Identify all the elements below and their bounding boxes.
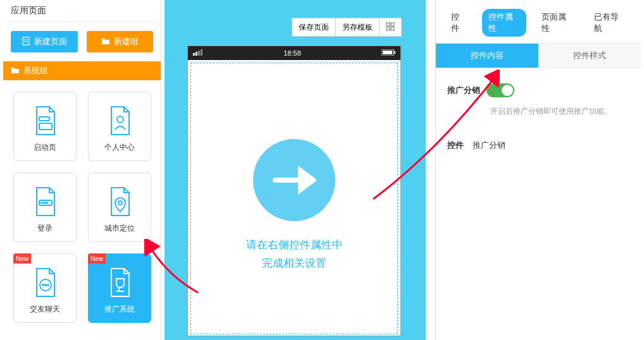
- tile-login[interactable]: 登录: [13, 173, 77, 242]
- control-value: 推广分销: [473, 140, 505, 151]
- svg-rect-0: [23, 37, 29, 45]
- tile-label: 个人中心: [104, 142, 135, 153]
- toggle-hint: 开启后推广分销即可使用推广功能。: [490, 106, 629, 117]
- folder-icon: [11, 66, 20, 76]
- new-page-button[interactable]: 新建页面: [11, 31, 78, 52]
- signal-icon: [193, 49, 203, 57]
- preview-toolbar: 保存页面 另存模板: [292, 18, 402, 37]
- status-bar: 18:58: [188, 46, 400, 60]
- tab-existing-nav[interactable]: 已有导航: [588, 9, 632, 37]
- control-name-row: 控件 推广分销: [447, 140, 629, 151]
- tile-promotion[interactable]: New 推广系统: [88, 253, 151, 323]
- folder-icon: [101, 37, 110, 47]
- prop-subtabs: 控件内容 控件样式: [436, 43, 641, 68]
- toggle-label: 推广分销: [447, 85, 480, 96]
- preview-stage: 保存页面 另存模板 18:58 请在右侧控件属性中 完成相关设置: [164, 0, 426, 340]
- save-template-button[interactable]: 另存模板: [335, 18, 380, 37]
- svg-point-5: [117, 116, 123, 123]
- control-key: 控件: [447, 140, 464, 151]
- canvas-hint: 请在右侧控件属性中 完成相关设置: [191, 236, 397, 273]
- svg-rect-21: [198, 51, 200, 56]
- svg-rect-16: [391, 23, 394, 26]
- svg-rect-24: [383, 51, 392, 54]
- prop-tabs: 控件 控件属性 页面属性 已有导航: [436, 0, 641, 43]
- svg-rect-3: [39, 117, 49, 121]
- new-badge: New: [88, 253, 106, 264]
- new-group-label: 新建组: [114, 36, 139, 47]
- tab-widget-props[interactable]: 控件属性: [482, 9, 526, 37]
- svg-rect-18: [391, 27, 394, 30]
- login-icon: [32, 186, 58, 217]
- group-header-label: 系统组: [23, 65, 48, 76]
- tile-label: 城市定位: [104, 223, 135, 234]
- svg-rect-22: [201, 49, 202, 56]
- button-row: 新建页面 新建组: [3, 22, 161, 61]
- new-badge: New: [13, 253, 31, 264]
- toggle-row: 推广分销: [447, 83, 629, 97]
- svg-point-10: [118, 201, 122, 205]
- new-page-label: 新建页面: [34, 36, 67, 47]
- tile-label: 启动页: [34, 142, 56, 153]
- status-time: 18:58: [283, 49, 301, 57]
- left-panel: 应用页面 新建页面 新建组 系统组 启动页: [3, 0, 161, 340]
- tile-grid: 启动页 个人中心 登录 城市定位 New: [3, 80, 161, 334]
- tile-chat[interactable]: New 交友聊天: [13, 253, 77, 323]
- properties-panel: 控件 控件属性 页面属性 已有导航 控件内容 控件样式 推广分销 开启后推广分销…: [435, 0, 641, 340]
- tile-label: 交友聊天: [30, 304, 60, 315]
- svg-rect-25: [394, 51, 395, 54]
- subtab-style[interactable]: 控件样式: [538, 44, 641, 68]
- file-icon: [22, 37, 30, 47]
- svg-point-8: [44, 202, 45, 203]
- svg-rect-20: [195, 52, 197, 56]
- canvas-hint-line2: 完成相关设置: [191, 255, 397, 273]
- canvas-hint-line1: 请在右侧控件属性中: [191, 236, 397, 255]
- svg-rect-4: [39, 123, 52, 130]
- group-header[interactable]: 系统组: [3, 61, 161, 80]
- tab-widget[interactable]: 控件: [445, 9, 473, 37]
- svg-point-14: [47, 284, 49, 286]
- trophy-icon: [106, 267, 133, 298]
- svg-point-9: [46, 202, 47, 203]
- promotion-toggle[interactable]: [486, 83, 514, 97]
- prop-body: 推广分销 开启后推广分销即可使用推广功能。 控件 推广分销: [436, 68, 641, 166]
- tile-label: 登录: [37, 223, 53, 234]
- start-page-icon: [32, 106, 58, 136]
- canvas-drop-area[interactable]: 请在右侧控件属性中 完成相关设置: [190, 63, 398, 334]
- svg-rect-19: [193, 53, 195, 56]
- chat-icon: [32, 267, 58, 298]
- svg-point-13: [45, 284, 46, 286]
- location-icon: [106, 186, 133, 217]
- battery-icon: [381, 49, 395, 57]
- subtab-content[interactable]: 控件内容: [436, 44, 538, 68]
- tab-page-props[interactable]: 页面属性: [535, 9, 579, 37]
- profile-icon: [106, 106, 133, 136]
- svg-rect-17: [387, 27, 390, 30]
- left-panel-title: 应用页面: [3, 0, 161, 22]
- new-group-button[interactable]: 新建组: [87, 31, 154, 52]
- tile-start-page[interactable]: 启动页: [13, 92, 77, 161]
- save-page-button[interactable]: 保存页面: [292, 18, 336, 37]
- arrow-circle-icon: [253, 139, 335, 221]
- svg-point-12: [42, 284, 44, 286]
- phone-preview: 18:58 请在右侧控件属性中 完成相关设置: [187, 46, 401, 336]
- layout-toggle-button[interactable]: [379, 18, 402, 37]
- svg-rect-15: [387, 23, 390, 26]
- tile-label: 推广系统: [104, 304, 135, 315]
- svg-point-7: [41, 202, 42, 203]
- tile-profile[interactable]: 个人中心: [88, 92, 151, 161]
- layout-icon: [386, 22, 395, 33]
- tile-location[interactable]: 城市定位: [88, 173, 151, 242]
